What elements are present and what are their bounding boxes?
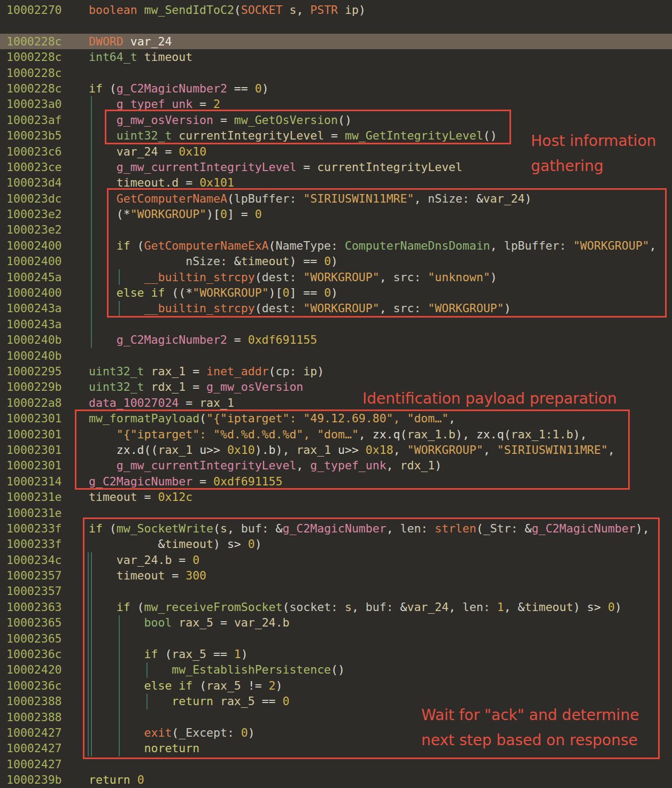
- code-token: ): [317, 365, 324, 378]
- code-token: 0x12c: [158, 490, 192, 504]
- line-address: 100023a0: [6, 96, 89, 112]
- code-token: SOCKET: [241, 3, 283, 17]
- code-token: 0x10: [179, 145, 206, 158]
- line-address: 10002427: [6, 756, 89, 772]
- line-address: 100023af: [6, 112, 89, 128]
- code-token: mw_SendIdToC2: [144, 3, 234, 17]
- annotation-line: Identification payload preparation: [362, 386, 617, 411]
- line-address: 1000240b: [6, 332, 89, 347]
- code-line[interactable]: 10002295uint32_t rax_1 = inet_addr(cp: i…: [0, 364, 672, 379]
- annotation-line: Wait for "ack" and determine: [421, 702, 639, 728]
- code-token: =: [186, 380, 206, 393]
- code-token: rax_1: [151, 365, 186, 378]
- code-token: inet_addr: [206, 365, 269, 378]
- code-line[interactable]: 1000240b g_C2MagicNumber2 = 0xdf691155: [0, 332, 672, 347]
- code-token: 0xdf691155: [248, 333, 317, 346]
- line-address: 10002400: [6, 238, 89, 253]
- code-line[interactable]: [0, 18, 672, 33]
- line-address: 100023c6: [6, 144, 89, 159]
- line-address: 1000243a: [6, 316, 89, 332]
- code-token: rdx_1: [151, 380, 186, 393]
- line-address: 1000228c: [6, 34, 89, 49]
- annotation-ack: Wait for "ack" and determinenext step ba…: [421, 702, 639, 753]
- code-token: int64_t: [89, 50, 137, 64]
- code-token: [144, 365, 151, 378]
- decompiler-view: 10002270boolean mw_SendIdToC2(SOCKET s, …: [0, 0, 672, 788]
- line-address: 10002400: [6, 285, 89, 300]
- line-address: 10002388: [6, 709, 89, 725]
- code-token: cp:: [276, 365, 297, 378]
- code-token: ==: [227, 82, 255, 95]
- code-token: 0x101: [199, 176, 234, 189]
- code-line[interactable]: 1000228cint64_t timeout: [0, 49, 672, 65]
- highlight-box-computer-name: [107, 188, 667, 318]
- code-token: ,: [296, 3, 310, 17]
- code-token: =: [192, 97, 213, 111]
- code-token: (: [103, 82, 117, 95]
- code-token: return: [89, 773, 130, 786]
- code-token: ): [359, 3, 366, 17]
- line-address: 10002365: [6, 615, 89, 630]
- line-address: 1000229b: [6, 379, 89, 395]
- code-line[interactable]: 1000231etimeout = 0x12c: [0, 489, 672, 505]
- line-address: 10002363: [6, 599, 89, 615]
- highlight-box-host-info: [105, 110, 511, 144]
- code-line[interactable]: 1000228c: [0, 65, 672, 81]
- code-line-selected[interactable]: 1000228cDWORD var_24: [0, 34, 672, 49]
- line-address: 1000228c: [6, 49, 89, 65]
- line-address: 1000233f: [6, 521, 89, 536]
- line-address: 100023ce: [6, 159, 89, 175]
- code-token: 2: [213, 97, 220, 111]
- line-address: 10002427: [6, 725, 89, 740]
- code-token: g_mw_osVersion: [206, 380, 303, 393]
- code-line[interactable]: 10002270boolean mw_SendIdToC2(SOCKET s, …: [0, 2, 672, 18]
- code-token: DWORD: [89, 35, 123, 48]
- line-address: 1000239b: [6, 772, 89, 787]
- code-line[interactable]: 1000239breturn 0: [0, 772, 672, 787]
- code-token: [296, 365, 303, 378]
- code-token: [89, 160, 117, 174]
- code-token: g_C2MagicNumber2: [117, 82, 227, 95]
- code-token: timeout.d: [117, 176, 179, 189]
- code-token: [144, 380, 151, 393]
- code-token: [123, 35, 130, 48]
- code-token: g_typef_unk: [117, 97, 192, 111]
- code-token: g_C2MagicNumber2: [117, 333, 227, 346]
- code-token: (: [234, 3, 241, 17]
- code-token: [130, 773, 137, 786]
- line-address: 1000228c: [6, 81, 89, 96]
- code-token: ip: [303, 365, 317, 378]
- code-token: timeout: [89, 490, 137, 504]
- code-token: [282, 3, 289, 17]
- line-address: 1000231e: [6, 505, 89, 521]
- indent-guide: [91, 96, 92, 348]
- annotation-line: next step based on response: [421, 728, 639, 753]
- code-token: [137, 3, 144, 17]
- code-line[interactable]: 1000243a: [0, 316, 672, 332]
- line-address: 10002357: [6, 568, 89, 583]
- annotation-payload: Identification payload preparation: [362, 386, 617, 411]
- line-address: 100023dc: [6, 191, 89, 206]
- line-address: 10002388: [6, 693, 89, 709]
- line-address: 100023b5: [6, 128, 89, 143]
- code-token: if: [89, 82, 103, 95]
- code-token: [137, 50, 144, 64]
- line-address: 1000234c: [6, 552, 89, 568]
- annotation-line: gathering: [531, 153, 656, 179]
- line-address: 10002400: [6, 253, 89, 269]
- code-token: [89, 176, 117, 189]
- line-address: 100023e2: [6, 222, 89, 237]
- code-token: var_24: [117, 145, 158, 158]
- code-token: data_10027024: [89, 396, 179, 410]
- code-line[interactable]: 1000228cif (g_C2MagicNumber2 == 0): [0, 81, 672, 96]
- line-address: 10002365: [6, 631, 89, 646]
- line-address: 1000233f: [6, 536, 89, 552]
- code-token: [338, 3, 345, 17]
- line-address: 10002295: [6, 364, 89, 379]
- line-address: 1000231e: [6, 489, 89, 505]
- code-token: var_24: [130, 35, 172, 48]
- code-line[interactable]: 1000240b: [0, 348, 672, 364]
- code-token: 0: [255, 82, 262, 95]
- code-token: uint32_t: [89, 365, 144, 378]
- line-address: 10002427: [6, 740, 89, 756]
